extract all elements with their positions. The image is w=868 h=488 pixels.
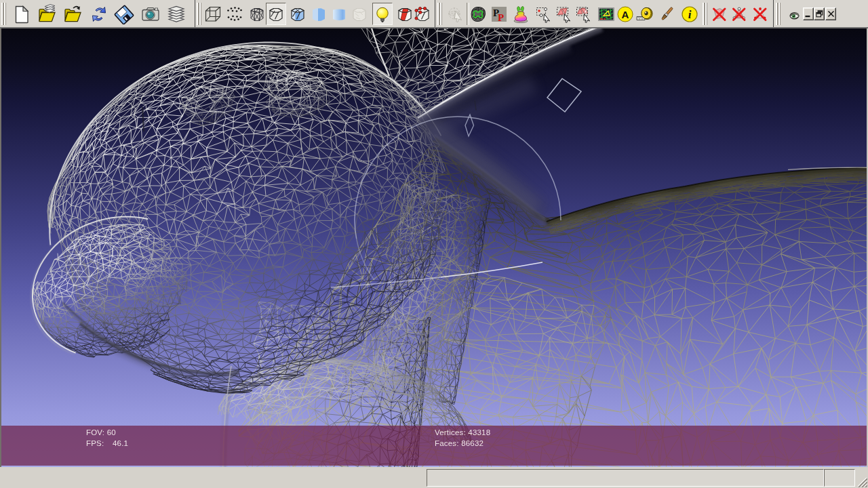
select-vertices-icon [535, 5, 553, 23]
layers-icon [166, 4, 186, 24]
fps-value: 46.1 [113, 439, 128, 448]
svg-text:A: A [622, 8, 629, 20]
annotation-a-icon: A [616, 5, 634, 23]
measure-tape-button[interactable] [634, 3, 654, 25]
vertices-stat: Vertices: 43318 [435, 428, 490, 437]
snapshot-button[interactable] [138, 3, 163, 25]
toolbar: PP A i [0, 0, 868, 28]
texture-icon [351, 5, 368, 23]
delete-faces-icon [711, 5, 728, 23]
flat-icon [310, 5, 328, 23]
delete-faces-vertices-icon [730, 5, 748, 23]
toolbar-handle[interactable] [1, 3, 6, 25]
fov-stat: FOV: 60 [86, 428, 116, 437]
reload-icon [89, 4, 109, 24]
restore-button[interactable] [814, 7, 825, 20]
svg-text:P: P [498, 12, 504, 23]
faces-stat: Faces: 86632 [435, 439, 484, 448]
toolbar-boundary [195, 0, 195, 27]
meshlab-eye-logo [789, 10, 800, 22]
points-button[interactable] [224, 3, 245, 25]
new-document-button[interactable] [9, 3, 33, 25]
snapshot-icon [140, 4, 161, 24]
minimize-button[interactable] [803, 7, 814, 20]
info-icon: i [681, 5, 698, 23]
delete-faces-button[interactable] [709, 3, 730, 25]
measure-tape-icon [635, 5, 653, 23]
flat-button[interactable] [309, 3, 329, 25]
bbox-icon [204, 5, 222, 23]
select-vertices-button[interactable] [534, 3, 554, 25]
meshlab-window: PP A i FOV: 60 FPS: 46.1 Vertices: 43318… [0, 0, 868, 488]
delete-faces-vertices-button[interactable] [729, 3, 749, 25]
delete-vertices-button[interactable] [750, 3, 770, 25]
new-document-icon [11, 4, 31, 24]
select-faces-all-icon [575, 5, 593, 23]
selected-vertices-button[interactable] [412, 3, 433, 25]
close-button[interactable] [825, 7, 836, 20]
wireframe-button[interactable] [247, 3, 267, 25]
manipulator-icon [447, 5, 465, 23]
import-mesh-icon [62, 4, 83, 24]
select-faces-button[interactable] [554, 3, 574, 25]
save-icon [114, 4, 134, 24]
annotation-a-button[interactable]: A [615, 3, 635, 25]
wireframe-icon [248, 5, 266, 23]
paint-brush-icon [658, 5, 675, 23]
pp-points-button[interactable]: PP [489, 3, 509, 25]
quality-bunny-icon [512, 5, 530, 23]
hidden-lines-icon [267, 5, 285, 23]
import-mesh-button[interactable] [60, 3, 85, 25]
align-icon [597, 5, 615, 23]
open-project-button[interactable] [35, 3, 59, 25]
layers-button[interactable] [164, 3, 189, 25]
light-bulb-icon [374, 5, 391, 23]
quality-bunny-button[interactable] [511, 3, 531, 25]
select-faces-icon [555, 5, 573, 23]
viewport-3d[interactable]: FOV: 60 FPS: 46.1 Vertices: 43318 Faces:… [0, 28, 868, 467]
toolbar-handle[interactable] [703, 3, 707, 25]
mesh-render-canvas[interactable] [1, 28, 867, 467]
viewport-border-left [0, 28, 1, 467]
texture-button [349, 3, 370, 25]
status-bar [0, 467, 868, 488]
flat-lines-icon [289, 5, 307, 23]
save-button[interactable] [112, 3, 136, 25]
progress-bar-area [427, 469, 824, 487]
double-side-icon [396, 5, 414, 23]
bbox-button[interactable] [203, 3, 223, 25]
toolbar-handle[interactable] [197, 3, 201, 25]
delete-vertices-icon [751, 5, 769, 23]
manipulator-button [446, 3, 466, 25]
smooth-button[interactable] [329, 3, 349, 25]
stats-overlay: FOV: 60 FPS: 46.1 Vertices: 43318 Faces:… [1, 426, 867, 466]
light-bulb-button[interactable] [372, 3, 393, 25]
status-panel [824, 469, 855, 487]
flat-lines-button[interactable] [288, 3, 308, 25]
select-component-icon [469, 5, 487, 23]
select-component-button[interactable] [468, 3, 488, 25]
toolbar-boundary [773, 0, 774, 27]
align-button[interactable] [596, 3, 616, 25]
resize-grip[interactable] [856, 476, 867, 487]
toolbar-boundary [435, 0, 435, 27]
pp-points-icon: PP [490, 5, 508, 23]
reload-button[interactable] [87, 3, 111, 25]
hidden-lines-button[interactable] [266, 3, 286, 25]
info-button[interactable]: i [679, 3, 700, 25]
svg-text:i: i [688, 8, 692, 21]
points-icon [226, 5, 243, 23]
toolbar-handle[interactable] [776, 3, 781, 25]
selected-vertices-icon [414, 5, 431, 23]
select-faces-all-button[interactable] [574, 3, 594, 25]
fps-label: FPS: [86, 439, 104, 448]
paint-brush-button[interactable] [656, 3, 677, 25]
open-project-icon [37, 4, 57, 24]
smooth-icon [330, 5, 348, 23]
toolbar-handle[interactable] [437, 3, 442, 25]
